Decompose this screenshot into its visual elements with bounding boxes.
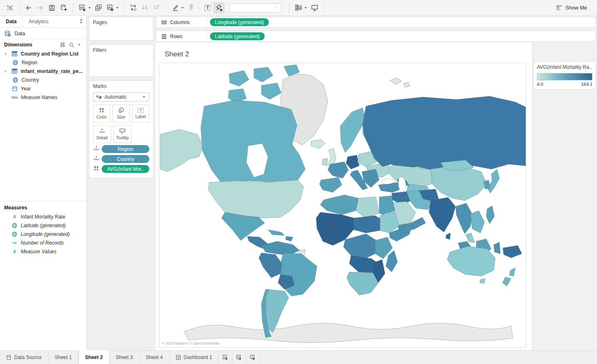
map-region-sri-lanka[interactable] — [446, 233, 451, 240]
tab-data-source[interactable]: Data Source — [0, 351, 49, 364]
map-region-peru[interactable] — [259, 253, 282, 278]
map-region-southern-africa[interactable] — [347, 272, 378, 295]
map-region-ireland[interactable] — [322, 158, 328, 166]
map-view[interactable]: © 2019 Mapbox © OpenStreetMap — [159, 63, 526, 348]
toolbar-combobox[interactable] — [229, 3, 281, 12]
map-region-hispaniola[interactable] — [285, 236, 293, 241]
map-region-korea[interactable] — [484, 180, 490, 189]
clear-sheet-button[interactable] — [104, 2, 116, 14]
new-story-button[interactable] — [246, 351, 260, 364]
field-latitude-generated-[interactable]: Latitude (generated) — [0, 221, 86, 230]
columns-pill[interactable]: Longitude (generated) — [210, 18, 269, 26]
tab-sheet-1[interactable]: Sheet 1 — [49, 351, 78, 364]
field-year[interactable]: Year — [0, 84, 86, 93]
fit-selector-button[interactable] — [292, 2, 304, 14]
map-region-russia[interactable] — [363, 96, 526, 170]
field-region[interactable]: Region — [0, 58, 86, 67]
mark-type-dropdown[interactable]: Automatic — [93, 92, 149, 102]
world-choropleth-map[interactable] — [159, 63, 526, 348]
highlight-dropdown[interactable] — [181, 7, 184, 9]
new-data-source-button[interactable] — [58, 2, 69, 14]
expander-icon[interactable]: ∨ — [4, 69, 8, 73]
pill-region[interactable]: Region — [102, 145, 149, 153]
marks-tooltip-button[interactable]: Tooltip — [113, 125, 132, 143]
pane-swap-icon[interactable] — [79, 19, 86, 24]
expander-icon[interactable]: ∨ — [4, 52, 8, 56]
map-region-myanmar-thailand[interactable] — [456, 203, 472, 234]
map-region-sahel[interactable] — [353, 216, 383, 233]
field-measure-values[interactable]: # Measure Values — [0, 247, 86, 256]
duplicate-sheet-button[interactable] — [93, 2, 104, 14]
data-source-connection[interactable]: Data — [0, 28, 86, 39]
tab-sheet-4[interactable]: Sheet 4 — [139, 351, 169, 364]
tab-sheet-3[interactable]: Sheet 3 — [110, 351, 139, 364]
highlight-button[interactable] — [169, 2, 181, 14]
map-region-libya[interactable] — [356, 197, 379, 218]
sort-descending-button[interactable] — [151, 2, 162, 14]
map-region-new-zealand[interactable] — [502, 268, 515, 286]
field-longitude-generated-[interactable]: Longitude (generated) — [0, 230, 86, 238]
map-region-philippines[interactable] — [486, 206, 495, 224]
tab-dashboard-1[interactable]: Dashboard 1 — [170, 351, 219, 364]
fix-axes-button[interactable] — [213, 2, 225, 14]
map-region-sulawesi[interactable] — [494, 242, 500, 254]
show-me-button[interactable]: Show Me — [556, 5, 593, 11]
find-field-icon[interactable] — [69, 42, 74, 48]
color-legend[interactable]: AVG(Infant Mortality Ra... 4.0 164.1 — [534, 61, 596, 90]
columns-shelf[interactable]: Columns Longitude (generated) — [156, 17, 595, 28]
pill-avg-infant-mor-[interactable]: AVG(Infant Mor.. — [102, 165, 149, 173]
presentation-mode-button[interactable] — [309, 2, 320, 14]
map-region-alaska[interactable] — [160, 129, 203, 172]
map-region-usa[interactable] — [208, 180, 304, 218]
map-region-new-guinea[interactable] — [503, 245, 522, 258]
view-data-grid-icon[interactable] — [60, 42, 66, 47]
map-region-brazil[interactable] — [280, 253, 317, 296]
map-region-antarctica[interactable] — [184, 323, 513, 342]
map-region-svalbard[interactable] — [390, 78, 410, 87]
field-infant-mortality-rate[interactable]: # Infant Mortality Rate — [0, 212, 86, 221]
map-region-germany[interactable] — [346, 155, 359, 169]
map-region-tasmania[interactable] — [480, 279, 485, 284]
marks-size-button[interactable]: Size — [112, 104, 130, 122]
swap-rows-columns-button[interactable] — [127, 2, 139, 14]
save-button[interactable] — [46, 2, 58, 14]
tab-sheet-2[interactable]: Sheet 2 — [78, 350, 110, 364]
new-worksheet-button[interactable] — [76, 2, 88, 14]
field-country[interactable]: Country — [0, 75, 86, 84]
map-region-cuba[interactable] — [268, 230, 285, 235]
map-region-indochina[interactable] — [470, 211, 485, 233]
new-worksheet-button[interactable] — [219, 351, 232, 364]
marks-color-button[interactable]: Color — [93, 104, 110, 122]
new-dashboard-button[interactable] — [232, 351, 246, 364]
pill-country[interactable]: Country — [102, 155, 149, 163]
tab-data[interactable]: Data — [0, 16, 22, 27]
map-region-france[interactable] — [328, 162, 348, 178]
map-region-argentina[interactable] — [266, 289, 289, 332]
fit-selector-dropdown[interactable] — [305, 7, 307, 9]
show-mark-labels-button[interactable] — [202, 2, 213, 14]
map-region-maghreb[interactable] — [320, 195, 358, 215]
new-worksheet-dropdown[interactable] — [88, 7, 91, 9]
map-region-congo[interactable] — [344, 234, 377, 260]
field-infant-mortality-rate-pe-[interactable]: ∨ infant_mortality_rate_pe... — [0, 67, 86, 75]
clear-sheet-dropdown[interactable] — [116, 7, 119, 9]
tab-analytics[interactable]: Analytics — [22, 16, 54, 27]
marks-detail-button[interactable]: Detail — [93, 125, 111, 143]
sort-ascending-button[interactable] — [139, 2, 151, 14]
field-measure-names[interactable]: Abc Measure Names — [0, 93, 86, 102]
field-country-and-region-list[interactable]: ∨ Country and Region List — [0, 49, 86, 58]
rows-shelf[interactable]: Rows Latitude (generated) — [156, 31, 595, 42]
map-region-iceland[interactable] — [311, 139, 325, 148]
map-region-australia[interactable] — [447, 246, 495, 276]
group-members-dropdown[interactable] — [197, 7, 200, 9]
field-number-of-records[interactable]: =# Number of Records — [0, 238, 86, 247]
group-members-button[interactable] — [185, 2, 197, 14]
marks-label-button[interactable]: TLabel — [132, 104, 149, 122]
undo-button[interactable] — [23, 2, 34, 14]
redo-button[interactable] — [34, 2, 46, 14]
map-region-india[interactable] — [429, 197, 456, 232]
rows-pill[interactable]: Latitude (generated) — [210, 32, 265, 40]
pages-shelf[interactable]: Pages — [89, 17, 154, 41]
dimensions-menu-caret[interactable] — [78, 44, 80, 46]
map-region-iberia[interactable] — [319, 177, 342, 192]
